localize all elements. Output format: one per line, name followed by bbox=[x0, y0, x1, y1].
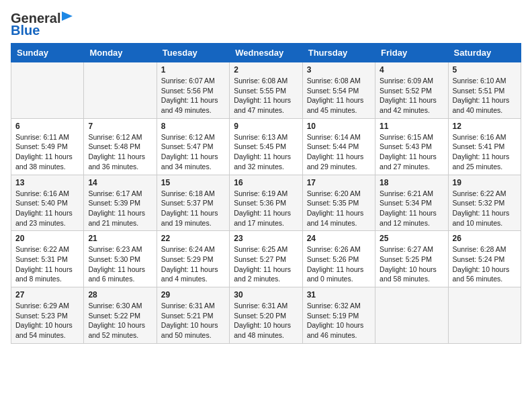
day-number: 4 bbox=[380, 65, 443, 75]
cell-content: Sunrise: 6:13 AMSunset: 5:45 PMDaylight:… bbox=[234, 132, 298, 172]
cell-content: Sunrise: 6:16 AMSunset: 5:41 PMDaylight:… bbox=[453, 132, 517, 172]
day-number: 26 bbox=[453, 234, 517, 243]
calendar-cell: 1Sunrise: 6:07 AMSunset: 5:56 PMDaylight… bbox=[157, 62, 229, 119]
cell-content: Sunrise: 6:19 AMSunset: 5:36 PMDaylight:… bbox=[234, 189, 298, 228]
daylight-text: Daylight: 11 hours and 32 minutes. bbox=[234, 152, 298, 171]
cell-content: Sunrise: 6:28 AMSunset: 5:24 PMDaylight:… bbox=[453, 244, 517, 284]
daylight-text: Daylight: 10 hours and 50 minutes. bbox=[161, 320, 225, 340]
calendar-cell: 2Sunrise: 6:08 AMSunset: 5:55 PMDaylight… bbox=[230, 62, 302, 119]
weekday-header-saturday: Saturday bbox=[448, 44, 521, 62]
sunset-text: Sunset: 5:21 PM bbox=[161, 311, 225, 321]
calendar-cell: 21Sunrise: 6:23 AMSunset: 5:30 PMDayligh… bbox=[84, 231, 157, 287]
sunset-text: Sunset: 5:32 PM bbox=[453, 198, 517, 208]
daylight-text: Daylight: 11 hours and 4 minutes. bbox=[161, 265, 225, 284]
day-number: 13 bbox=[15, 178, 79, 187]
day-number: 15 bbox=[161, 178, 225, 187]
day-number: 12 bbox=[453, 122, 517, 131]
cell-content: Sunrise: 6:18 AMSunset: 5:37 PMDaylight:… bbox=[161, 189, 225, 228]
daylight-text: Daylight: 10 hours and 54 minutes. bbox=[15, 320, 79, 340]
sunrise-text: Sunrise: 6:09 AM bbox=[380, 76, 443, 86]
calendar-cell bbox=[448, 287, 521, 344]
daylight-text: Daylight: 11 hours and 49 minutes. bbox=[161, 95, 225, 115]
day-number: 10 bbox=[307, 122, 371, 131]
sunset-text: Sunset: 5:56 PM bbox=[161, 86, 225, 96]
calendar-cell: 25Sunrise: 6:27 AMSunset: 5:25 PMDayligh… bbox=[375, 231, 448, 287]
calendar-cell: 9Sunrise: 6:13 AMSunset: 5:45 PMDaylight… bbox=[230, 118, 302, 175]
sunset-text: Sunset: 5:43 PM bbox=[380, 142, 443, 152]
cell-content: Sunrise: 6:12 AMSunset: 5:48 PMDaylight:… bbox=[88, 132, 152, 172]
calendar-cell: 30Sunrise: 6:31 AMSunset: 5:20 PMDayligh… bbox=[230, 287, 302, 344]
weekday-header-friday: Friday bbox=[375, 44, 448, 62]
cell-content: Sunrise: 6:26 AMSunset: 5:26 PMDaylight:… bbox=[307, 244, 371, 284]
day-number: 21 bbox=[88, 234, 152, 243]
sunrise-text: Sunrise: 6:31 AM bbox=[161, 301, 225, 311]
calendar-cell: 13Sunrise: 6:16 AMSunset: 5:40 PMDayligh… bbox=[11, 175, 84, 231]
calendar-cell: 12Sunrise: 6:16 AMSunset: 5:41 PMDayligh… bbox=[448, 118, 521, 175]
sunrise-text: Sunrise: 6:13 AM bbox=[234, 132, 298, 142]
sunset-text: Sunset: 5:25 PM bbox=[380, 255, 443, 265]
calendar-cell: 18Sunrise: 6:21 AMSunset: 5:34 PMDayligh… bbox=[375, 175, 448, 231]
daylight-text: Daylight: 11 hours and 14 minutes. bbox=[307, 208, 371, 228]
day-number: 11 bbox=[380, 122, 443, 131]
sunset-text: Sunset: 5:54 PM bbox=[307, 86, 371, 96]
day-number: 9 bbox=[234, 122, 298, 131]
daylight-text: Daylight: 11 hours and 12 minutes. bbox=[380, 208, 443, 228]
day-number: 24 bbox=[307, 234, 371, 243]
cell-content: Sunrise: 6:22 AMSunset: 5:32 PMDaylight:… bbox=[453, 189, 517, 228]
cell-content: Sunrise: 6:21 AMSunset: 5:34 PMDaylight:… bbox=[380, 189, 443, 228]
sunset-text: Sunset: 5:51 PM bbox=[453, 86, 517, 96]
day-number: 6 bbox=[15, 122, 79, 131]
weekday-header-monday: Monday bbox=[84, 44, 157, 62]
sunrise-text: Sunrise: 6:26 AM bbox=[307, 244, 371, 255]
day-number: 14 bbox=[88, 178, 152, 187]
sunrise-text: Sunrise: 6:15 AM bbox=[380, 132, 443, 142]
cell-content: Sunrise: 6:24 AMSunset: 5:29 PMDaylight:… bbox=[161, 244, 225, 284]
daylight-text: Daylight: 10 hours and 56 minutes. bbox=[453, 265, 517, 284]
day-number: 28 bbox=[88, 290, 152, 300]
daylight-text: Daylight: 11 hours and 40 minutes. bbox=[453, 95, 517, 115]
day-number: 17 bbox=[307, 178, 371, 187]
sunrise-text: Sunrise: 6:10 AM bbox=[453, 76, 517, 86]
sunrise-text: Sunrise: 6:16 AM bbox=[15, 189, 79, 199]
day-number: 18 bbox=[380, 178, 443, 187]
calendar-cell: 10Sunrise: 6:14 AMSunset: 5:44 PMDayligh… bbox=[302, 118, 375, 175]
day-number: 30 bbox=[234, 290, 298, 300]
calendar-cell bbox=[375, 287, 448, 344]
daylight-text: Daylight: 11 hours and 17 minutes. bbox=[234, 208, 298, 228]
daylight-text: Daylight: 11 hours and 0 minutes. bbox=[307, 265, 371, 284]
cell-content: Sunrise: 6:23 AMSunset: 5:30 PMDaylight:… bbox=[88, 244, 152, 284]
daylight-text: Daylight: 11 hours and 8 minutes. bbox=[15, 265, 79, 284]
day-number: 7 bbox=[88, 122, 152, 131]
cell-content: Sunrise: 6:29 AMSunset: 5:23 PMDaylight:… bbox=[15, 301, 79, 340]
calendar-cell: 4Sunrise: 6:09 AMSunset: 5:52 PMDaylight… bbox=[375, 62, 448, 119]
sunset-text: Sunset: 5:47 PM bbox=[161, 142, 225, 152]
calendar-cell: 16Sunrise: 6:19 AMSunset: 5:36 PMDayligh… bbox=[230, 175, 302, 231]
cell-content: Sunrise: 6:08 AMSunset: 5:55 PMDaylight:… bbox=[234, 76, 298, 116]
cell-content: Sunrise: 6:12 AMSunset: 5:47 PMDaylight:… bbox=[161, 132, 225, 172]
daylight-text: Daylight: 10 hours and 58 minutes. bbox=[380, 265, 443, 284]
daylight-text: Daylight: 11 hours and 2 minutes. bbox=[234, 265, 298, 284]
cell-content: Sunrise: 6:25 AMSunset: 5:27 PMDaylight:… bbox=[234, 244, 298, 284]
sunrise-text: Sunrise: 6:19 AM bbox=[234, 189, 298, 199]
calendar-cell: 26Sunrise: 6:28 AMSunset: 5:24 PMDayligh… bbox=[448, 231, 521, 287]
day-number: 19 bbox=[453, 178, 517, 187]
day-number: 22 bbox=[161, 234, 225, 243]
sunset-text: Sunset: 5:35 PM bbox=[307, 198, 371, 208]
calendar-cell: 8Sunrise: 6:12 AMSunset: 5:47 PMDaylight… bbox=[157, 118, 229, 175]
daylight-text: Daylight: 11 hours and 42 minutes. bbox=[380, 95, 443, 115]
daylight-text: Daylight: 11 hours and 29 minutes. bbox=[307, 152, 371, 171]
daylight-text: Daylight: 10 hours and 52 minutes. bbox=[88, 320, 152, 340]
daylight-text: Daylight: 11 hours and 21 minutes. bbox=[88, 208, 152, 228]
sunset-text: Sunset: 5:23 PM bbox=[15, 311, 79, 321]
sunrise-text: Sunrise: 6:32 AM bbox=[307, 301, 371, 311]
sunset-text: Sunset: 5:27 PM bbox=[234, 255, 298, 265]
cell-content: Sunrise: 6:20 AMSunset: 5:35 PMDaylight:… bbox=[307, 189, 371, 228]
sunset-text: Sunset: 5:39 PM bbox=[88, 198, 152, 208]
sunset-text: Sunset: 5:29 PM bbox=[161, 255, 225, 265]
sunset-text: Sunset: 5:55 PM bbox=[234, 86, 298, 96]
day-number: 5 bbox=[453, 65, 517, 75]
cell-content: Sunrise: 6:11 AMSunset: 5:49 PMDaylight:… bbox=[15, 132, 79, 172]
day-number: 3 bbox=[307, 65, 371, 75]
sunrise-text: Sunrise: 6:21 AM bbox=[380, 189, 443, 199]
sunrise-text: Sunrise: 6:25 AM bbox=[234, 244, 298, 255]
